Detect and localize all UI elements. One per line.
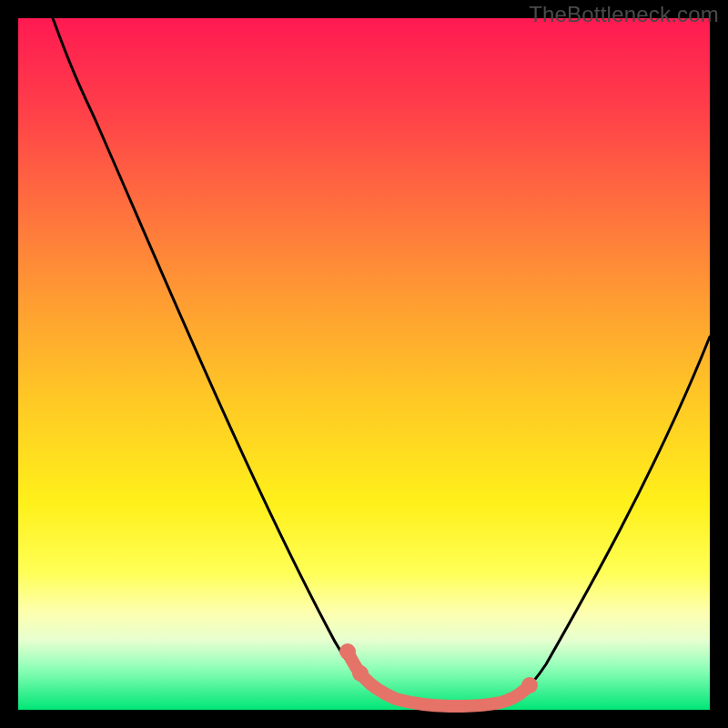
highlight-dot-right [521, 677, 538, 693]
app-frame: TheBottleneck.com [0, 0, 728, 728]
bottleneck-chart [18, 18, 710, 710]
bottleneck-curve [53, 18, 710, 706]
gradient-plot-area [18, 18, 710, 710]
highlight-dot-left-lower [352, 665, 369, 682]
highlight-dot-left-upper [339, 643, 356, 660]
optimal-range-highlight [348, 652, 530, 706]
